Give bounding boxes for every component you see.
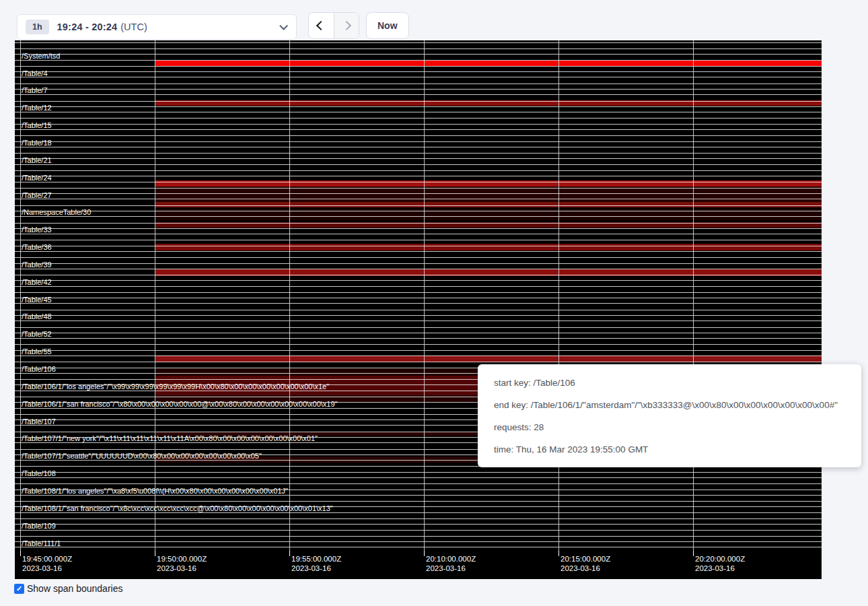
span-boundary-line <box>15 158 822 159</box>
key-visualizer-page: { "toolbar": { "range_badge": "1h", "ran… <box>0 0 868 606</box>
key-row-label: /Table/42 <box>22 278 52 286</box>
tooltip-time: time: Thu, 16 Mar 2023 19:55:00 GMT <box>494 438 845 461</box>
span-boundary-line <box>15 106 822 107</box>
time-range-timezone: (UTC) <box>120 22 147 32</box>
span-boundary-line <box>15 153 822 154</box>
key-row-label: /Table/39 <box>22 261 52 269</box>
key-row-label: /Table/107 <box>22 417 56 426</box>
show-span-boundaries-label[interactable]: Show span boundaries <box>27 583 122 594</box>
key-row-label: /Table/107/1/"seattle"/"UUUUUUD\x00\x80\… <box>22 452 262 460</box>
span-boundary-line <box>15 303 822 304</box>
x-axis-label: 19:55:00.000Z2023-03-16 <box>291 554 341 573</box>
span-boundary-line <box>15 246 822 246</box>
time-range-duration-badge: 1h <box>26 20 49 34</box>
span-tooltip: start key: /Table/106 end key: /Table/10… <box>478 364 861 467</box>
heat-band[interactable] <box>155 244 822 250</box>
time-gridline <box>289 40 290 551</box>
span-boundary-line <box>15 83 822 84</box>
x-axis-tick <box>289 551 290 556</box>
key-row-label: /Table/108 <box>22 469 56 477</box>
time-range-text: 19:24 - 20:24 <box>57 22 118 32</box>
span-boundary-line <box>15 193 822 194</box>
now-button[interactable]: Now <box>366 12 409 39</box>
span-boundary-line <box>15 147 822 147</box>
chevron-left-icon <box>316 21 326 30</box>
span-boundary-line <box>15 257 822 258</box>
key-row-label: /Table/15 <box>22 121 52 129</box>
x-axis-tick <box>155 551 155 556</box>
span-boundary-line <box>15 71 822 72</box>
span-boundary-line <box>15 77 822 77</box>
span-boundary-line <box>15 54 822 55</box>
span-boundary-line <box>15 292 822 293</box>
span-boundary-line <box>15 338 822 339</box>
span-boundary-line <box>15 344 822 345</box>
span-boundary-line <box>15 547 822 547</box>
x-axis-tick <box>693 551 694 556</box>
span-boundary-line <box>15 251 822 252</box>
key-row-label: /System/tsd <box>22 52 60 60</box>
time-gridline <box>20 40 21 551</box>
span-boundary-line <box>15 362 822 362</box>
footer-controls: ✓ Show span boundaries <box>14 583 122 594</box>
span-boundary-line <box>15 94 822 95</box>
x-axis-label: 20:15:00.000Z2023-03-16 <box>560 554 610 573</box>
span-boundary-line <box>15 286 822 287</box>
span-boundary-line <box>15 280 822 281</box>
key-row-label: /Table/33 <box>22 226 52 234</box>
x-axis-label: 19:50:00.000Z2023-03-16 <box>157 554 207 573</box>
span-boundary-line <box>15 42 822 43</box>
span-boundary-line <box>15 269 822 269</box>
x-axis-label: 20:10:00.000Z2023-03-16 <box>426 554 476 573</box>
next-range-button[interactable] <box>334 13 359 38</box>
span-boundary-line <box>15 135 822 136</box>
span-boundary-line <box>15 228 822 229</box>
span-boundary-line <box>15 223 822 224</box>
span-boundary-line <box>15 536 822 537</box>
key-row-label: /Table/108/1/"los angeles"/"\xa8\xf5\u00… <box>22 487 288 495</box>
key-row-label: /Table/107/1/"new york"/"\x11\x11\x11\x1… <box>22 434 318 442</box>
time-gridline <box>558 40 559 551</box>
span-boundary-line <box>15 327 822 328</box>
span-boundary-line <box>15 541 822 542</box>
key-row-label: /Table/106 <box>22 365 56 373</box>
span-boundary-line <box>15 176 822 176</box>
span-boundary-line <box>15 48 822 49</box>
span-boundary-line <box>15 263 822 264</box>
time-gridline <box>155 40 155 551</box>
key-row-label: /Table/21 <box>22 156 52 164</box>
show-span-boundaries-checkbox[interactable]: ✓ <box>14 584 24 594</box>
key-row-label: /Table/7 <box>22 86 48 94</box>
x-axis-tick <box>558 551 559 556</box>
previous-range-button[interactable] <box>309 13 334 38</box>
span-boundary-line <box>15 518 822 519</box>
span-boundary-line <box>15 101 822 102</box>
span-boundary-line <box>15 477 822 478</box>
x-axis-label: 19:45:00.000Z2023-03-16 <box>22 554 72 573</box>
key-row-label: /Table/109 <box>22 522 56 530</box>
span-boundary-line <box>15 234 822 234</box>
span-boundary-line <box>15 333 822 333</box>
key-row-label: /Table/48 <box>22 312 52 321</box>
heat-band[interactable] <box>155 187 822 202</box>
span-boundary-line <box>15 170 822 171</box>
time-gridline <box>424 40 425 551</box>
key-row-label: /Table/45 <box>22 296 52 304</box>
span-boundary-line <box>15 118 822 119</box>
span-boundary-line <box>15 66 822 67</box>
span-boundary-line <box>15 182 822 182</box>
key-row-label: /Table/36 <box>22 243 52 251</box>
time-nav-button-group <box>308 12 359 39</box>
span-boundary-line <box>15 60 822 61</box>
key-row-label: /Table/106/1/"san francisco"/"\x80\x00\x… <box>22 400 338 408</box>
span-boundary-line <box>15 356 822 356</box>
span-boundary-line <box>15 298 822 298</box>
span-boundary-line <box>15 211 822 211</box>
heat-band[interactable] <box>155 61 822 66</box>
span-boundary-line <box>15 530 822 531</box>
time-range-dropdown[interactable]: 1h 19:24 - 20:24 (UTC) <box>17 14 297 40</box>
key-visualizer-heatmap[interactable]: 19:45:00.000Z2023-03-1619:50:00.000Z2023… <box>15 40 822 579</box>
chevron-down-icon <box>279 22 288 30</box>
x-axis-tick <box>424 551 425 556</box>
span-boundary-line <box>15 199 822 199</box>
